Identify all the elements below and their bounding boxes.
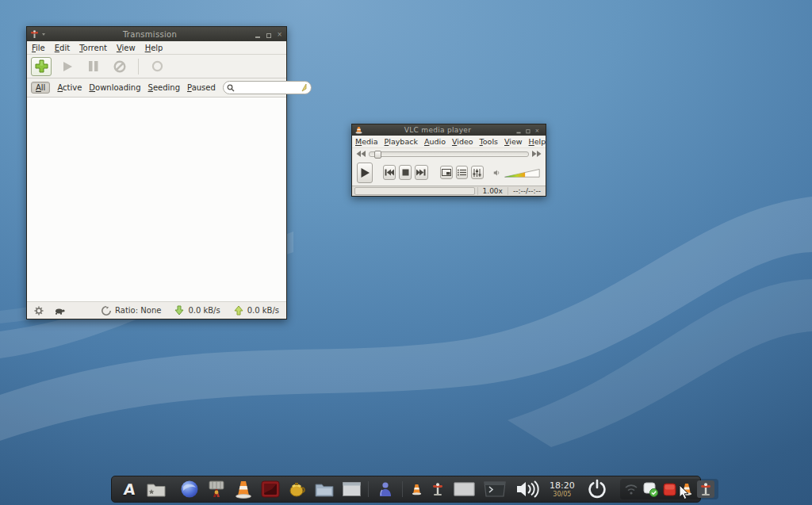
filter-seeding-button[interactable]: Seeding bbox=[148, 83, 180, 92]
close-icon[interactable]: × bbox=[534, 127, 541, 133]
turtle-speed-limit-icon[interactable] bbox=[54, 307, 66, 315]
next-icon bbox=[416, 169, 426, 176]
archbang-menu-button[interactable]: A bbox=[119, 479, 140, 499]
seek-slider[interactable] bbox=[369, 151, 529, 157]
vlc-titlebar[interactable]: VLC media player × bbox=[352, 124, 546, 136]
stop-button[interactable] bbox=[399, 165, 412, 180]
equalizer-button[interactable] bbox=[471, 166, 484, 179]
vlc-statusbar: 1.00x --:--/--:-- bbox=[352, 186, 546, 196]
terminal-icon bbox=[483, 480, 507, 498]
maximize-icon[interactable] bbox=[525, 127, 531, 133]
menu-playback[interactable]: Playback bbox=[381, 137, 421, 146]
movie-player-launcher[interactable] bbox=[260, 479, 281, 499]
vlc-window: VLC media player × Media Playback Audio … bbox=[351, 124, 546, 197]
menu-video[interactable]: Video bbox=[449, 137, 477, 146]
folder-icon bbox=[147, 482, 166, 497]
clear-search-broom-icon[interactable] bbox=[300, 83, 308, 92]
previous-button[interactable] bbox=[383, 165, 396, 180]
taskbar-window-vlc[interactable] bbox=[409, 479, 423, 499]
desktop-wallpaper: Transmission × File Edit Torrent View He… bbox=[0, 0, 812, 505]
vlc-cone-icon bbox=[412, 484, 422, 495]
menu-torrent[interactable]: Torrent bbox=[75, 43, 112, 53]
next-button[interactable] bbox=[415, 165, 427, 180]
movie-screen-icon bbox=[261, 480, 280, 498]
vlc-seek-row bbox=[352, 147, 546, 159]
add-torrent-button[interactable] bbox=[31, 57, 52, 76]
filter-downloading-button[interactable]: Downloading bbox=[89, 83, 140, 92]
updates-tray-icon[interactable] bbox=[643, 482, 658, 497]
close-icon[interactable]: × bbox=[276, 31, 283, 38]
transmission-app-icon bbox=[30, 30, 39, 39]
minimize-icon[interactable] bbox=[254, 31, 261, 38]
pause-torrent-button[interactable] bbox=[83, 57, 104, 76]
transmission-window-title: Transmission bbox=[46, 30, 254, 39]
filter-all-button[interactable]: All bbox=[31, 82, 50, 94]
playlist-button[interactable] bbox=[456, 166, 469, 179]
vlc-cone-icon bbox=[235, 480, 252, 499]
recorder-tray-icon[interactable] bbox=[663, 483, 676, 496]
menu-view[interactable]: View bbox=[112, 43, 140, 53]
seek-slider-handle[interactable] bbox=[374, 151, 381, 159]
settings-gear-icon[interactable] bbox=[34, 306, 44, 316]
previous-icon bbox=[385, 169, 394, 176]
remove-torrent-button[interactable] bbox=[109, 57, 130, 76]
maximize-icon[interactable] bbox=[265, 31, 272, 38]
menu-help[interactable]: Help bbox=[526, 137, 550, 146]
torrent-options-button[interactable] bbox=[147, 57, 167, 76]
archbang-logo-icon: A bbox=[122, 480, 136, 498]
globe-browser-icon bbox=[180, 480, 199, 499]
transmission-tray-icon[interactable] bbox=[697, 480, 714, 498]
media-title-field bbox=[354, 187, 475, 195]
start-torrent-button[interactable] bbox=[57, 57, 78, 76]
playlist-icon bbox=[458, 169, 466, 176]
taskbar-window-transmission[interactable] bbox=[430, 479, 446, 499]
web-browser-launcher[interactable] bbox=[179, 479, 200, 499]
volume-wedge-slider[interactable] bbox=[504, 166, 541, 180]
playback-speed[interactable]: 1.00x bbox=[477, 187, 508, 195]
menu-help[interactable]: Help bbox=[140, 43, 168, 53]
torrent-list-empty[interactable] bbox=[27, 98, 286, 301]
transmission-titlebar[interactable]: Transmission × bbox=[27, 27, 286, 41]
menu-tools[interactable]: Tools bbox=[477, 137, 501, 146]
vlc-menubar: Media Playback Audio Video Tools View He… bbox=[352, 136, 546, 147]
menu-media[interactable]: Media bbox=[352, 137, 381, 146]
search-input[interactable] bbox=[237, 83, 297, 92]
taskbar-window-generic[interactable] bbox=[452, 479, 476, 499]
options-circle-icon bbox=[151, 60, 163, 72]
window-app-launcher[interactable] bbox=[341, 479, 362, 499]
mouse-cursor bbox=[679, 484, 690, 500]
speaker-icon[interactable] bbox=[493, 168, 500, 178]
clock[interactable]: 18:20 30/05 bbox=[550, 481, 575, 498]
ratio-mode-icon[interactable] bbox=[102, 306, 111, 316]
ratio-label[interactable]: Ratio: None bbox=[115, 306, 161, 315]
fullscreen-button[interactable] bbox=[440, 166, 453, 179]
filter-paused-button[interactable]: Paused bbox=[187, 83, 216, 92]
taskbar: A bbox=[111, 476, 701, 503]
menu-file[interactable]: File bbox=[27, 43, 50, 53]
file-manager-launcher[interactable] bbox=[146, 479, 167, 499]
add-plus-icon bbox=[35, 59, 48, 73]
messenger-launcher[interactable] bbox=[375, 479, 396, 499]
vlc-launcher[interactable] bbox=[233, 479, 254, 499]
menu-audio[interactable]: Audio bbox=[421, 137, 449, 146]
time-display[interactable]: --:--/--:-- bbox=[508, 187, 546, 195]
file-drawer-launcher[interactable] bbox=[314, 479, 335, 499]
network-tray-icon[interactable] bbox=[624, 484, 638, 495]
transmission-icon bbox=[431, 483, 444, 496]
power-button[interactable] bbox=[584, 479, 611, 499]
window-icon bbox=[343, 482, 361, 496]
stop-icon bbox=[402, 169, 409, 176]
volume-control[interactable] bbox=[514, 479, 541, 499]
skip-back-icon[interactable] bbox=[356, 151, 366, 157]
transmission-icon bbox=[699, 483, 712, 496]
menu-view[interactable]: View bbox=[501, 137, 526, 146]
menu-edit[interactable]: Edit bbox=[50, 43, 75, 53]
wine-launcher[interactable] bbox=[287, 479, 308, 499]
terminal-launcher[interactable] bbox=[482, 479, 508, 499]
filter-active-button[interactable]: Active bbox=[57, 83, 82, 92]
minimize-icon[interactable] bbox=[515, 127, 522, 133]
clock-date: 30/05 bbox=[553, 492, 571, 498]
play-button[interactable] bbox=[357, 163, 373, 183]
video-tool-launcher[interactable] bbox=[206, 479, 227, 499]
skip-forward-icon[interactable] bbox=[532, 151, 542, 157]
